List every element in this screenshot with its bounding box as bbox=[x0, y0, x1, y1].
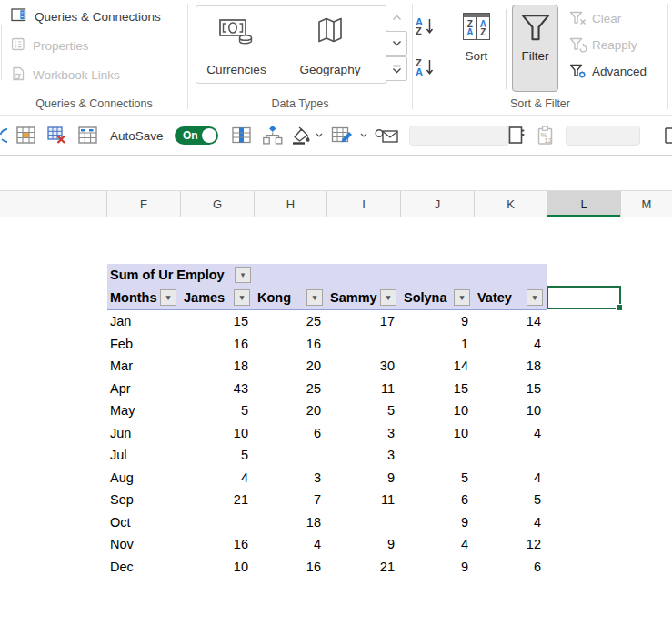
pivot-month-cell[interactable]: Feb bbox=[107, 333, 181, 356]
filter-dropdown-button[interactable]: ▾ bbox=[380, 289, 396, 306]
insert-table-column-icon[interactable] bbox=[231, 126, 252, 145]
pivot-column-header[interactable]: Vatey▾ bbox=[475, 287, 547, 309]
filter-dropdown-button[interactable]: ▾ bbox=[527, 289, 543, 306]
pivot-column-header[interactable]: Months▾ bbox=[107, 287, 181, 309]
pivot-value-cell[interactable] bbox=[181, 511, 255, 534]
pivot-value-cell[interactable]: 10 bbox=[181, 422, 255, 445]
pivot-column-header[interactable]: James▾ bbox=[181, 287, 255, 309]
pivot-value-cell[interactable]: 6 bbox=[255, 422, 327, 445]
gallery-up-button[interactable] bbox=[386, 5, 407, 30]
pivot-value-cell[interactable]: 15 bbox=[181, 310, 255, 333]
column-header-F[interactable]: F bbox=[107, 191, 181, 217]
filter-dropdown-button[interactable]: ▾ bbox=[454, 289, 470, 306]
pivot-value-cell[interactable]: 9 bbox=[327, 467, 401, 490]
pivot-value-cell[interactable]: 21 bbox=[181, 489, 255, 511]
partial-sync-icon[interactable] bbox=[0, 126, 8, 145]
pivot-value-cell[interactable]: 1 bbox=[401, 333, 475, 356]
chevron-down-icon[interactable] bbox=[316, 133, 323, 137]
pivot-value-cell[interactable]: 12 bbox=[475, 533, 547, 556]
column-header-H[interactable]: H bbox=[255, 191, 327, 217]
pivot-value-cell[interactable]: 14 bbox=[475, 310, 547, 333]
pivot-value-cell[interactable]: 4 bbox=[255, 533, 327, 556]
pivot-value-cell[interactable]: 5 bbox=[181, 399, 255, 422]
pivot-value-cell[interactable]: 5 bbox=[475, 489, 547, 511]
pivot-field-dropdown[interactable]: ▾ bbox=[235, 267, 251, 283]
pivot-value-cell[interactable]: 3 bbox=[327, 444, 401, 467]
pivot-month-cell[interactable]: May bbox=[107, 399, 181, 422]
secondary-input[interactable] bbox=[566, 126, 640, 146]
column-header-K[interactable]: K bbox=[475, 191, 547, 217]
pivot-column-header[interactable]: Kong▾ bbox=[255, 287, 327, 309]
pivot-value-cell[interactable]: 10 bbox=[401, 422, 475, 445]
pivot-value-cell[interactable]: 4 bbox=[475, 422, 547, 445]
pivot-value-cell[interactable]: 9 bbox=[401, 556, 475, 579]
gallery-down-button[interactable] bbox=[386, 31, 407, 56]
partial-right-icon[interactable] bbox=[664, 126, 672, 145]
pivot-value-cell[interactable] bbox=[327, 511, 401, 534]
column-header-G[interactable]: G bbox=[181, 191, 255, 217]
pivot-value-cell[interactable]: 10 bbox=[401, 399, 475, 422]
column-header-L[interactable]: L bbox=[547, 191, 621, 217]
pivot-value-cell[interactable]: 18 bbox=[255, 511, 327, 534]
pivot-month-cell[interactable]: Aug bbox=[107, 467, 181, 490]
sort-ascending-button[interactable]: AZ bbox=[416, 12, 450, 41]
sort-descending-button[interactable]: ZA bbox=[416, 53, 450, 82]
pivot-value-cell[interactable]: 18 bbox=[475, 355, 547, 378]
pivot-value-cell[interactable]: 43 bbox=[181, 378, 255, 400]
pivot-month-cell[interactable]: Oct bbox=[107, 511, 181, 534]
pivot-value-cell[interactable]: 7 bbox=[255, 489, 327, 511]
pivot-value-cell[interactable]: 16 bbox=[181, 533, 255, 556]
pivot-column-header[interactable]: Sammy▾ bbox=[327, 287, 401, 309]
pivot-value-cell[interactable] bbox=[327, 333, 401, 356]
pivot-value-cell[interactable]: 20 bbox=[255, 355, 327, 378]
geography-button[interactable]: Geography bbox=[276, 6, 384, 83]
pivot-value-cell[interactable]: 5 bbox=[327, 399, 401, 422]
pivot-value-cell[interactable]: 4 bbox=[475, 333, 547, 356]
pivot-value-cell[interactable]: 6 bbox=[475, 556, 547, 579]
queries-connections-button[interactable]: Queries & Connections bbox=[11, 8, 161, 25]
pivot-value-cell[interactable]: 11 bbox=[327, 489, 401, 511]
currencies-button[interactable]: Currencies bbox=[198, 6, 275, 83]
pivot-value-cell[interactable]: 4 bbox=[475, 467, 547, 490]
pivot-month-cell[interactable]: Dec bbox=[107, 556, 181, 579]
column-header-blank[interactable] bbox=[0, 191, 107, 217]
delete-table-icon[interactable] bbox=[46, 126, 67, 145]
filter-button[interactable]: Filter bbox=[512, 5, 558, 92]
clear-button[interactable]: Clear bbox=[569, 11, 621, 26]
pivot-value-cell[interactable] bbox=[475, 444, 547, 467]
pivot-value-cell[interactable]: 21 bbox=[327, 556, 401, 579]
pivot-value-cell[interactable]: 17 bbox=[327, 310, 401, 333]
pivot-value-cell[interactable]: 15 bbox=[475, 378, 547, 400]
pivot-value-cell[interactable]: 5 bbox=[401, 467, 475, 490]
properties-button[interactable]: Properties bbox=[11, 37, 89, 54]
org-chart-icon[interactable] bbox=[262, 126, 284, 146]
pivot-value-cell[interactable]: 6 bbox=[401, 489, 475, 511]
pivot-value-cell[interactable]: 11 bbox=[327, 378, 401, 400]
pivot-value-cell[interactable]: 5 bbox=[181, 444, 255, 467]
sort-button[interactable]: ZAAZ Sort bbox=[453, 7, 500, 89]
pivot-month-cell[interactable]: Jun bbox=[107, 422, 181, 445]
filter-dropdown-button[interactable]: ▾ bbox=[234, 289, 250, 306]
filter-dropdown-button[interactable]: ▾ bbox=[160, 289, 176, 306]
send-attachment-icon[interactable] bbox=[375, 127, 399, 144]
paste-values-number-formatting-icon[interactable]: %12 bbox=[537, 126, 555, 146]
pivot-value-cell[interactable]: 18 bbox=[181, 355, 255, 378]
pivot-value-cell[interactable]: 14 bbox=[401, 355, 475, 378]
document-icon[interactable] bbox=[507, 126, 526, 145]
name-box-input[interactable] bbox=[409, 126, 509, 146]
draw-table-icon[interactable] bbox=[331, 126, 354, 145]
pivot-value-cell[interactable]: 9 bbox=[401, 511, 475, 534]
pivot-column-header[interactable]: Solyna▾ bbox=[401, 287, 475, 309]
pivot-value-cell[interactable]: 16 bbox=[255, 333, 327, 356]
autosave-toggle[interactable]: On bbox=[175, 126, 218, 145]
pivot-value-cell[interactable]: 25 bbox=[255, 310, 327, 333]
reapply-button[interactable]: Reapply bbox=[569, 37, 637, 53]
filter-dropdown-button[interactable]: ▾ bbox=[306, 289, 323, 306]
column-header-J[interactable]: J bbox=[401, 191, 475, 217]
pivot-value-cell[interactable]: 10 bbox=[475, 399, 547, 422]
pivot-value-cell[interactable]: 3 bbox=[327, 422, 401, 445]
column-header-I[interactable]: I bbox=[327, 191, 401, 217]
pivot-value-cell[interactable]: 9 bbox=[327, 533, 401, 556]
pivot-value-cell[interactable] bbox=[255, 444, 327, 467]
pivot-month-cell[interactable]: Nov bbox=[107, 533, 181, 556]
